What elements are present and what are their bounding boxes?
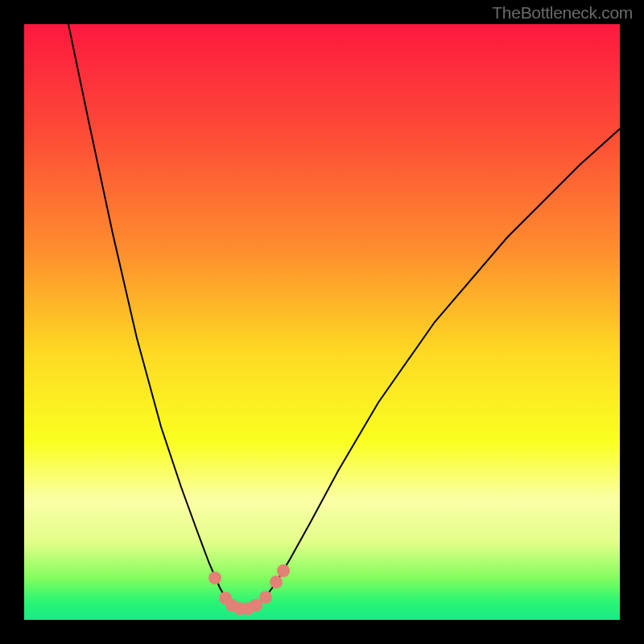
gradient-background <box>24 24 620 620</box>
chart-svg <box>24 24 620 620</box>
marker-point-0 <box>208 572 221 584</box>
watermark-text: TheBottleneck.com <box>492 3 633 23</box>
chart-plot-area <box>24 24 620 620</box>
marker-point-8 <box>277 564 290 577</box>
marker-point-7 <box>270 576 283 588</box>
marker-point-6 <box>259 591 272 604</box>
